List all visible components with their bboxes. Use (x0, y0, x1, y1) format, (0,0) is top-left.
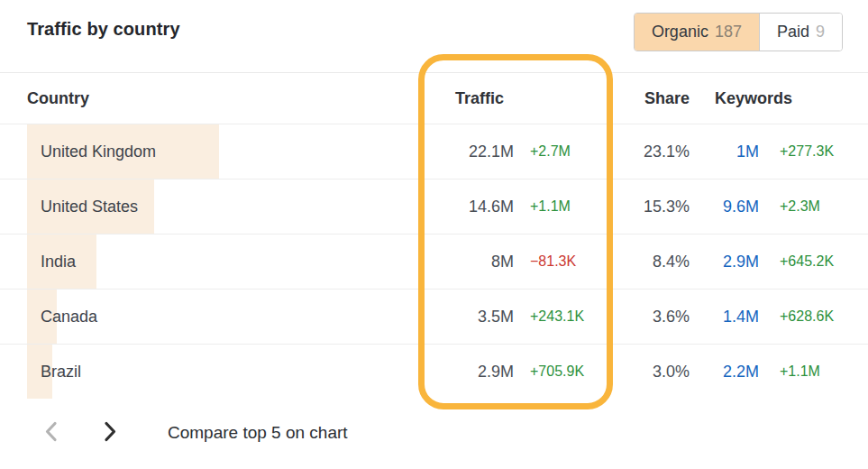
share-value: 23.1% (609, 143, 690, 161)
table-footer: Compare top 5 on chart (0, 399, 868, 444)
tab-paid-label: Paid (777, 23, 809, 41)
country-cell: Canada (27, 290, 424, 344)
traffic-change: −81.3K (514, 253, 609, 270)
traffic-change: +243.1K (514, 308, 609, 325)
keywords-link[interactable]: 1M (690, 143, 759, 161)
keywords-link[interactable]: 9.6M (690, 198, 759, 216)
country-name: Canada (27, 308, 97, 326)
country-cell: Brazil (27, 345, 424, 399)
prev-page-button[interactable] (40, 422, 61, 444)
traffic-by-country-widget: Traffic by country Organic 187 Paid 9 Co… (0, 0, 868, 469)
keywords-link[interactable]: 1.4M (690, 308, 759, 326)
country-name: United States (27, 198, 138, 216)
tab-organic-count: 187 (715, 23, 742, 41)
country-name: India (27, 253, 76, 271)
table-row: Brazil 2.9M +705.9K 3.0% 2.2M +1.1M (0, 344, 868, 399)
share-value: 15.3% (609, 198, 690, 216)
column-header-keywords[interactable]: Keywords (690, 89, 868, 108)
page-title: Traffic by country (27, 13, 180, 45)
keywords-change: +277.3K (759, 143, 868, 160)
tab-organic-label: Organic (652, 23, 708, 41)
traffic-change: +705.9K (514, 363, 609, 380)
next-page-button[interactable] (99, 422, 121, 444)
table-row: United Kingdom 22.1M +2.7M 23.1% 1M +277… (0, 124, 868, 179)
country-cell: United States (27, 179, 424, 234)
table-row: India 8M −81.3K 8.4% 2.9M +645.2K (0, 234, 868, 289)
country-name: Brazil (27, 363, 81, 382)
traffic-value: 2.9M (424, 363, 514, 382)
tab-organic[interactable]: Organic 187 (635, 14, 759, 51)
share-value: 8.4% (609, 253, 690, 271)
share-value: 3.6% (609, 308, 690, 326)
tab-paid-count: 9 (816, 23, 825, 41)
keywords-change: +628.6K (759, 308, 868, 325)
traffic-value: 22.1M (424, 143, 514, 161)
chevron-left-icon (44, 421, 58, 445)
widget-header: Traffic by country Organic 187 Paid 9 (0, 0, 868, 72)
keywords-link[interactable]: 2.2M (690, 363, 759, 382)
column-header-traffic[interactable]: Traffic (424, 89, 609, 108)
table-row: Canada 3.5M +243.1K 3.6% 1.4M +628.6K (0, 289, 868, 344)
country-cell: India (27, 234, 424, 289)
column-header-country[interactable]: Country (27, 73, 424, 124)
traffic-change: +2.7M (514, 143, 609, 160)
compare-top5-link[interactable]: Compare top 5 on chart (168, 423, 348, 443)
column-header-share[interactable]: Share (609, 89, 690, 108)
keywords-change: +2.3M (759, 198, 868, 215)
keywords-link[interactable]: 2.9M (690, 253, 759, 271)
keywords-change: +1.1M (759, 363, 868, 380)
traffic-value: 14.6M (424, 198, 514, 216)
table-row: United States 14.6M +1.1M 15.3% 9.6M +2.… (0, 179, 868, 234)
keywords-change: +645.2K (759, 253, 868, 270)
country-cell: United Kingdom (27, 124, 424, 179)
traffic-type-tabs: Organic 187 Paid 9 (634, 13, 843, 51)
table-header-row: Country Traffic Share Keywords (0, 72, 868, 124)
chevron-right-icon (104, 421, 117, 445)
traffic-value: 8M (424, 253, 514, 271)
tab-paid[interactable]: Paid 9 (759, 14, 842, 51)
traffic-value: 3.5M (424, 308, 514, 326)
traffic-change: +1.1M (514, 198, 609, 215)
share-value: 3.0% (609, 363, 690, 382)
country-name: United Kingdom (27, 143, 156, 161)
